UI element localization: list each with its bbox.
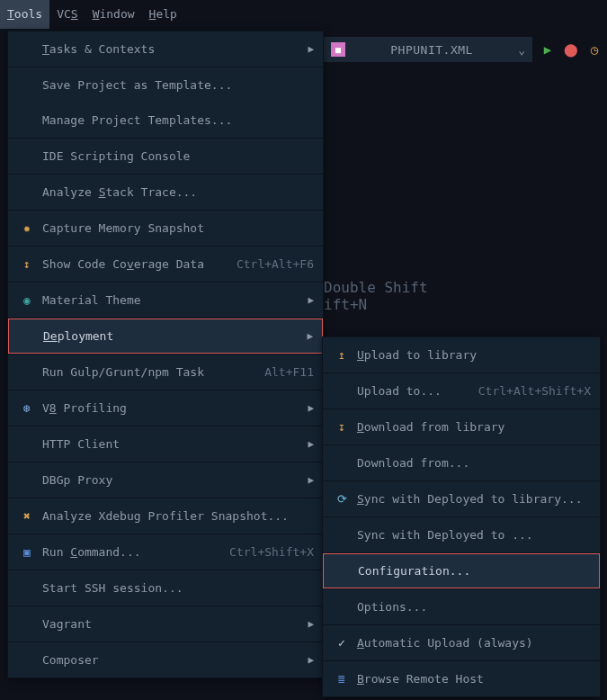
shortcut-label: Ctrl+Shift+X <box>229 545 314 559</box>
run-config-label: PHPUNIT.XML <box>353 43 511 57</box>
sync-icon: ⟳ <box>334 492 350 506</box>
theme-icon: ◉ <box>19 293 35 307</box>
phpunit-icon: ■ <box>331 42 345 57</box>
menubar-vcs[interactable]: VCS <box>49 0 85 29</box>
menu-save-template[interactable]: Save Project as Template... <box>8 67 323 103</box>
menu-dbgp[interactable]: DBGp Proxy ▶ <box>8 462 323 498</box>
submenu-arrow-icon: ▶ <box>308 43 314 55</box>
shortcut-label: Ctrl+Alt+F6 <box>237 257 314 271</box>
submenu-arrow-icon: ▶ <box>308 438 314 450</box>
upload-icon: ↥ <box>334 348 350 362</box>
submenu-sync-with[interactable]: Sync with Deployed to ... <box>323 517 600 552</box>
menu-composer[interactable]: Composer ▶ <box>8 642 323 678</box>
tools-menu: Tasks & Contexts ▶ Save Project as Templ… <box>7 31 324 678</box>
menubar: Tools VCS Window Help <box>0 0 607 29</box>
remote-host-icon: ≣ <box>334 672 350 686</box>
submenu-upload[interactable]: ↥ Upload to library <box>323 337 600 372</box>
shortcut-label: Alt+F11 <box>264 365 314 379</box>
chevron-down-icon: ⌄ <box>518 43 525 57</box>
gear-icon: ✹ <box>19 221 35 235</box>
search-everywhere-hint: Double Shift ift+N <box>324 279 428 313</box>
menu-v8[interactable]: ❆ V8 Profiling ▶ <box>8 390 323 426</box>
terminal-icon: ▣ <box>19 545 35 559</box>
run-icon[interactable]: ▶ <box>540 42 556 57</box>
menu-http-client[interactable]: HTTP Client ▶ <box>8 426 323 462</box>
coverage-menu-icon: ↕ <box>19 257 35 271</box>
submenu-upload-to[interactable]: Upload to... Ctrl+Alt+Shift+X <box>323 373 600 408</box>
submenu-arrow-icon: ▶ <box>307 330 313 342</box>
submenu-arrow-icon: ▶ <box>308 294 314 306</box>
menu-deployment[interactable]: Deployment ▶ <box>8 319 323 354</box>
menubar-tools[interactable]: Tools <box>0 0 49 29</box>
menu-show-coverage[interactable]: ↕ Show Code Coverage Data Ctrl+Alt+F6 <box>8 247 323 282</box>
menu-vagrant[interactable]: Vagrant ▶ <box>8 606 323 642</box>
submenu-options[interactable]: Options... <box>323 589 600 624</box>
check-icon: ✓ <box>334 636 350 650</box>
submenu-browse-remote[interactable]: ≣ Browse Remote Host <box>323 661 600 696</box>
menubar-window[interactable]: Window <box>85 0 142 29</box>
submenu-arrow-icon: ▶ <box>308 402 314 414</box>
menu-analyze-stack[interactable]: Analyze Stack Trace... <box>8 175 323 210</box>
menu-xdebug[interactable]: ✖ Analyze Xdebug Profiler Snapshot... <box>8 498 323 534</box>
submenu-sync[interactable]: ⟳ Sync with Deployed to library... <box>323 481 600 516</box>
submenu-arrow-icon: ▶ <box>308 654 314 666</box>
menu-manage-templates[interactable]: Manage Project Templates... <box>8 103 323 138</box>
download-icon: ↧ <box>334 420 350 434</box>
submenu-download-from[interactable]: Download from... <box>323 445 600 480</box>
menu-run-gulp[interactable]: Run Gulp/Grunt/npm Task Alt+F11 <box>8 354 323 390</box>
menubar-help[interactable]: Help <box>142 0 184 29</box>
deployment-submenu: ↥ Upload to library Upload to... Ctrl+Al… <box>322 337 601 697</box>
shortcut-label: Ctrl+Alt+Shift+X <box>478 384 591 398</box>
coverage-icon[interactable]: ◷ <box>586 42 603 57</box>
menu-ide-scripting[interactable]: IDE Scripting Console <box>8 139 323 174</box>
submenu-configuration[interactable]: Configuration... <box>323 553 600 588</box>
menu-run-command[interactable]: ▣ Run Command... Ctrl+Shift+X <box>8 534 323 570</box>
v8-icon: ❆ <box>19 401 35 415</box>
run-config-selector[interactable]: ■ PHPUNIT.XML ⌄ <box>324 37 532 62</box>
menu-capture-memory[interactable]: ✹ Capture Memory Snapshot <box>8 211 323 246</box>
xdebug-icon: ✖ <box>19 509 35 523</box>
menu-ssh[interactable]: Start SSH session... <box>8 570 323 606</box>
menu-material-theme[interactable]: ◉ Material Theme ▶ <box>8 283 323 318</box>
submenu-download[interactable]: ↧ Download from library <box>323 409 600 444</box>
run-toolbar: ■ PHPUNIT.XML ⌄ ▶ ⬤ ◷ <box>324 36 603 63</box>
menubar-tools-rest: ools <box>14 7 42 21</box>
menu-tasks-contexts[interactable]: Tasks & Contexts ▶ <box>8 31 323 67</box>
submenu-arrow-icon: ▶ <box>308 618 314 630</box>
submenu-auto-upload[interactable]: ✓ Automatic Upload (always) <box>323 625 600 660</box>
debug-icon[interactable]: ⬤ <box>563 42 579 57</box>
submenu-arrow-icon: ▶ <box>308 474 314 486</box>
